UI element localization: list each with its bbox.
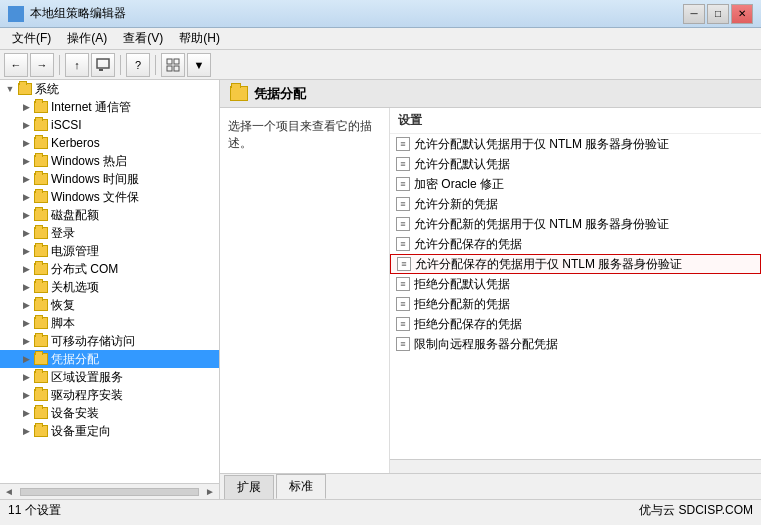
tree-item[interactable]: ▶区域设置服务 — [0, 368, 219, 386]
settings-item-label: 限制向远程服务器分配凭据 — [414, 336, 558, 353]
app-icon — [8, 6, 24, 22]
filter-button[interactable]: ▼ — [187, 53, 211, 77]
tree-item[interactable]: ▶分布式 COM — [0, 260, 219, 278]
back-button[interactable]: ← — [4, 53, 28, 77]
settings-item[interactable]: ≡允许分配新的凭据用于仅 NTLM 服务器身份验证 — [390, 214, 761, 234]
tree-item[interactable]: ▶Windows 文件保 — [0, 188, 219, 206]
tree-item[interactable]: ▶登录 — [0, 224, 219, 242]
tree-item[interactable]: ▶驱动程序安装 — [0, 386, 219, 404]
svg-rect-5 — [174, 66, 179, 71]
settings-item[interactable]: ≡限制向远程服务器分配凭据 — [390, 334, 761, 354]
tree-item[interactable]: ▶电源管理 — [0, 242, 219, 260]
folder-icon — [34, 155, 48, 167]
settings-item[interactable]: ≡允许分配默认凭据 — [390, 154, 761, 174]
title-bar-buttons: ─ □ ✕ — [683, 4, 753, 24]
expand-icon[interactable]: ▶ — [20, 137, 32, 149]
settings-header: 设置 — [390, 108, 761, 134]
menu-action[interactable]: 操作(A) — [59, 28, 115, 49]
tree-item-label: Windows 文件保 — [51, 189, 139, 206]
status-count: 11 个设置 — [8, 502, 61, 519]
up-button[interactable]: ↑ — [65, 53, 89, 77]
left-hscroll[interactable]: ◄ ► — [0, 483, 219, 499]
policy-icon: ≡ — [396, 137, 410, 151]
expand-icon[interactable]: ▶ — [20, 227, 32, 239]
tree-item[interactable]: ▶设备重定向 — [0, 422, 219, 440]
folder-icon — [34, 425, 48, 437]
forward-button[interactable]: → — [30, 53, 54, 77]
settings-pane: 设置 ≡允许分配默认凭据用于仅 NTLM 服务器身份验证≡允许分配默认凭据≡加密… — [390, 108, 761, 473]
settings-item[interactable]: ≡允许分配保存的凭据 — [390, 234, 761, 254]
expand-icon[interactable]: ▶ — [20, 425, 32, 437]
expand-icon[interactable]: ▶ — [20, 119, 32, 131]
folder-icon — [34, 137, 48, 149]
tree-item[interactable]: ▼系统 — [0, 80, 219, 98]
tab-扩展[interactable]: 扩展 — [224, 475, 274, 499]
tree-item[interactable]: ▶Internet 通信管 — [0, 98, 219, 116]
expand-icon[interactable]: ▶ — [20, 281, 32, 293]
policy-icon: ≡ — [396, 277, 410, 291]
tree-item[interactable]: ▶可移动存储访问 — [0, 332, 219, 350]
policy-icon: ≡ — [396, 177, 410, 191]
settings-hscroll[interactable] — [390, 459, 761, 473]
tree-item[interactable]: ▶磁盘配额 — [0, 206, 219, 224]
help-button[interactable]: ? — [126, 53, 150, 77]
tree-item[interactable]: ▶Windows 热启 — [0, 152, 219, 170]
tree-item[interactable]: ▶Windows 时间服 — [0, 170, 219, 188]
svg-rect-0 — [97, 59, 109, 68]
expand-icon[interactable]: ▶ — [20, 389, 32, 401]
svg-rect-3 — [174, 59, 179, 64]
tree-item-label: Internet 通信管 — [51, 99, 131, 116]
tree-item[interactable]: ▶设备安装 — [0, 404, 219, 422]
folder-icon — [34, 407, 48, 419]
bottom-tabs: 扩展标准 — [220, 473, 761, 499]
minimize-button[interactable]: ─ — [683, 4, 705, 24]
expand-icon[interactable]: ▶ — [20, 353, 32, 365]
settings-item[interactable]: ≡拒绝分配新的凭据 — [390, 294, 761, 314]
folder-icon — [34, 173, 48, 185]
settings-item[interactable]: ≡加密 Oracle 修正 — [390, 174, 761, 194]
show-hide-button[interactable] — [91, 53, 115, 77]
expand-icon[interactable]: ▶ — [20, 335, 32, 347]
settings-item[interactable]: ≡允许分配默认凭据用于仅 NTLM 服务器身份验证 — [390, 134, 761, 154]
settings-item[interactable]: ≡拒绝分配默认凭据 — [390, 274, 761, 294]
tree-item[interactable]: ▶恢复 — [0, 296, 219, 314]
tree-item[interactable]: ▶Kerberos — [0, 134, 219, 152]
folder-icon — [34, 281, 48, 293]
main-area: ▼系统▶Internet 通信管▶iSCSI▶Kerberos▶Windows … — [0, 80, 761, 499]
status-brand: 优与云 SDCISP.COM — [639, 502, 753, 519]
expand-icon[interactable]: ▶ — [20, 317, 32, 329]
menu-file[interactable]: 文件(F) — [4, 28, 59, 49]
expand-icon[interactable]: ▶ — [20, 155, 32, 167]
policy-icon: ≡ — [396, 217, 410, 231]
tree-item[interactable]: ▶凭据分配 — [0, 350, 219, 368]
right-panel: 凭据分配 选择一个项目来查看它的描述。 设置 ≡允许分配默认凭据用于仅 NTLM… — [220, 80, 761, 499]
expand-icon[interactable]: ▼ — [4, 83, 16, 95]
expand-icon[interactable]: ▶ — [20, 263, 32, 275]
settings-item-label: 允许分新的凭据 — [414, 196, 498, 213]
settings-item[interactable]: ≡拒绝分配保存的凭据 — [390, 314, 761, 334]
expand-icon[interactable]: ▶ — [20, 101, 32, 113]
menu-view[interactable]: 查看(V) — [115, 28, 171, 49]
tree-item[interactable]: ▶脚本 — [0, 314, 219, 332]
tree-item-label: 设备安装 — [51, 405, 99, 422]
tab-标准[interactable]: 标准 — [276, 474, 326, 499]
right-folder-icon — [230, 86, 248, 101]
tree-item[interactable]: ▶iSCSI — [0, 116, 219, 134]
expand-icon[interactable]: ▶ — [20, 245, 32, 257]
tree-item-label: 关机选项 — [51, 279, 99, 296]
expand-icon[interactable]: ▶ — [20, 407, 32, 419]
expand-icon[interactable]: ▶ — [20, 191, 32, 203]
tree-item[interactable]: ▶关机选项 — [0, 278, 219, 296]
close-button[interactable]: ✕ — [731, 4, 753, 24]
settings-item[interactable]: ≡允许分新的凭据 — [390, 194, 761, 214]
expand-icon[interactable]: ▶ — [20, 371, 32, 383]
menu-help[interactable]: 帮助(H) — [171, 28, 228, 49]
settings-list[interactable]: ≡允许分配默认凭据用于仅 NTLM 服务器身份验证≡允许分配默认凭据≡加密 Or… — [390, 134, 761, 459]
properties-button[interactable] — [161, 53, 185, 77]
tree-container[interactable]: ▼系统▶Internet 通信管▶iSCSI▶Kerberos▶Windows … — [0, 80, 219, 483]
expand-icon[interactable]: ▶ — [20, 173, 32, 185]
maximize-button[interactable]: □ — [707, 4, 729, 24]
expand-icon[interactable]: ▶ — [20, 209, 32, 221]
expand-icon[interactable]: ▶ — [20, 299, 32, 311]
settings-item[interactable]: ≡允许分配保存的凭据用于仅 NTLM 服务器身份验证 — [390, 254, 761, 274]
